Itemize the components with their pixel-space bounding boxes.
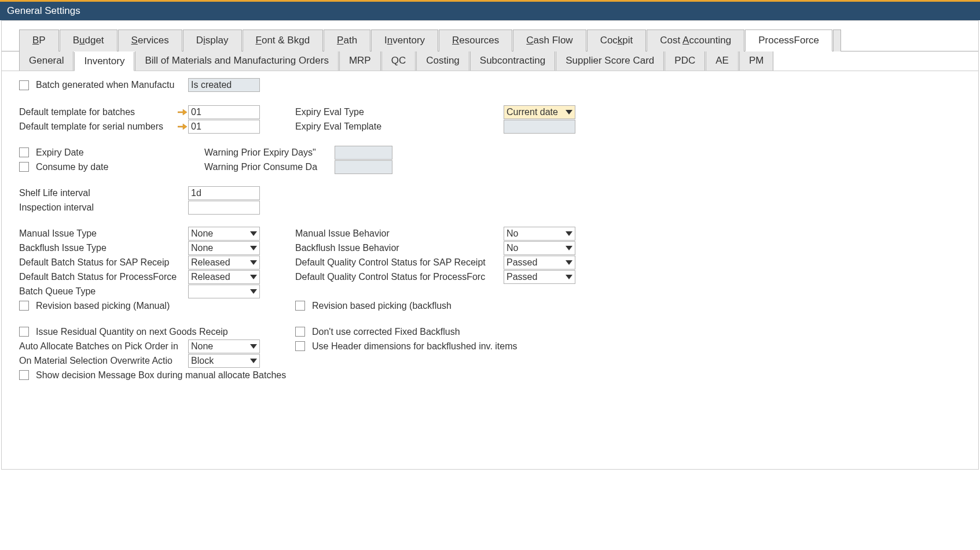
link-arrow-icon[interactable] bbox=[177, 123, 188, 130]
subtab-bom[interactable]: Bill of Materials and Manufacturing Orde… bbox=[135, 51, 338, 71]
link-arrow-icon[interactable] bbox=[177, 109, 188, 116]
checkbox-show-decision[interactable] bbox=[19, 370, 29, 380]
chevron-down-icon bbox=[566, 246, 572, 250]
label-default-qc-sap: Default Quality Control Status for SAP R… bbox=[295, 257, 504, 268]
chevron-down-icon bbox=[250, 260, 257, 265]
label-batch-queue: Batch Queue Type bbox=[19, 286, 188, 297]
field-warning-expiry-days[interactable] bbox=[335, 146, 392, 160]
label-manual-issue-type: Manual Issue Type bbox=[19, 228, 188, 239]
label-backflush-issue-type: Backflush Issue Type bbox=[19, 243, 188, 253]
tab-services[interactable]: Services bbox=[118, 29, 182, 51]
checkbox-revision-picking-backflush[interactable] bbox=[295, 301, 305, 311]
label-default-template-batches: Default template for batches bbox=[19, 107, 177, 117]
subtab-subcon[interactable]: Subcontracting bbox=[470, 51, 555, 71]
chevron-down-icon bbox=[250, 231, 257, 236]
subtab-pdc[interactable]: PDC bbox=[665, 51, 705, 71]
subtab-pm[interactable]: PM bbox=[739, 51, 774, 71]
tab-resources[interactable]: Resources bbox=[439, 29, 512, 51]
dropdown-value: None bbox=[191, 341, 213, 352]
field-inspection[interactable] bbox=[188, 201, 260, 215]
settings-panel: Batch generated when Manufactu Is create… bbox=[2, 71, 978, 388]
checkbox-dont-use-fixed[interactable] bbox=[295, 327, 305, 337]
subtab-qc[interactable]: QC bbox=[381, 51, 416, 71]
dropdown-value: None bbox=[191, 243, 213, 253]
label-batch-generated: Batch generated when Manufactu bbox=[36, 80, 188, 90]
dropdown-default-batch-pf[interactable]: Released bbox=[188, 270, 260, 284]
checkbox-batch-generated[interactable] bbox=[19, 80, 29, 90]
dropdown-default-batch-sap[interactable]: Released bbox=[188, 256, 260, 270]
subtab-mrp[interactable]: MRP bbox=[339, 51, 381, 71]
dropdown-value: No bbox=[506, 243, 518, 253]
chevron-down-icon bbox=[566, 110, 572, 115]
tab-path[interactable]: Path bbox=[324, 29, 370, 51]
tab-processforce[interactable]: ProcessForce bbox=[745, 29, 832, 51]
window-title: General Settings bbox=[7, 5, 80, 16]
dropdown-expiry-eval-type[interactable]: Current date bbox=[504, 105, 575, 119]
field-default-template-batches[interactable]: 01 bbox=[188, 105, 260, 119]
subtab-general[interactable]: General bbox=[19, 51, 74, 71]
chevron-down-icon bbox=[250, 289, 257, 294]
label-expiry-date: Expiry Date bbox=[36, 147, 188, 158]
checkbox-consume-by-date[interactable] bbox=[19, 162, 29, 172]
dropdown-on-material[interactable]: Block bbox=[188, 354, 260, 368]
field-default-template-serial[interactable]: 01 bbox=[188, 120, 260, 134]
dropdown-value: No bbox=[506, 228, 518, 239]
dropdown-value: Block bbox=[191, 356, 214, 366]
tab-font[interactable]: Font & Bkgd bbox=[243, 29, 324, 51]
label-auto-allocate: Auto Allocate Batches on Pick Order in bbox=[19, 341, 188, 352]
label-manual-issue-behavior: Manual Issue Behavior bbox=[295, 228, 504, 239]
label-backflush-issue-behavior: Backflush Issue Behavior bbox=[295, 243, 504, 253]
chevron-down-icon bbox=[566, 275, 572, 279]
checkbox-expiry-date[interactable] bbox=[19, 147, 29, 157]
label-warning-expiry: Warning Prior Expiry Days" bbox=[204, 147, 329, 158]
tab-cockpit[interactable]: Cockpit bbox=[587, 29, 647, 51]
label-default-batch-pf: Default Batch Status for ProcessForce bbox=[19, 272, 188, 282]
tab-overflow[interactable] bbox=[833, 29, 841, 51]
field-batch-generated-value[interactable]: Is created bbox=[188, 78, 260, 92]
dropdown-default-qc-pf[interactable]: Passed bbox=[504, 270, 575, 284]
chevron-down-icon bbox=[250, 344, 257, 349]
field-shelf-life[interactable]: 1d bbox=[188, 186, 260, 200]
subtab-ssc[interactable]: Supplier Score Card bbox=[556, 51, 664, 71]
chevron-down-icon bbox=[566, 231, 572, 236]
dropdown-batch-queue[interactable] bbox=[188, 285, 260, 298]
label-default-batch-sap: Default Batch Status for SAP Receip bbox=[19, 257, 188, 268]
main-tab-bar: BP Budget Services Display Font & Bkgd P… bbox=[2, 29, 978, 51]
dropdown-value: Released bbox=[191, 272, 230, 282]
tab-budget[interactable]: Budget bbox=[60, 29, 118, 51]
chevron-down-icon bbox=[250, 359, 257, 363]
content-frame: BP Budget Services Display Font & Bkgd P… bbox=[1, 20, 979, 470]
dropdown-backflush-issue-type[interactable]: None bbox=[188, 241, 260, 255]
chevron-down-icon bbox=[566, 260, 572, 265]
label-show-decision: Show decision Message Box during manual … bbox=[36, 370, 286, 381]
dropdown-manual-issue-behavior[interactable]: No bbox=[504, 227, 575, 241]
subtab-costing[interactable]: Costing bbox=[416, 51, 469, 71]
label-consume-by-date: Consume by date bbox=[36, 162, 188, 172]
dropdown-value: Released bbox=[191, 257, 230, 268]
dropdown-backflush-issue-behavior[interactable]: No bbox=[504, 241, 575, 255]
tab-display[interactable]: Display bbox=[183, 29, 242, 51]
label-issue-residual: Issue Residual Quantity on next Goods Re… bbox=[36, 327, 262, 337]
checkbox-issue-residual[interactable] bbox=[19, 327, 29, 337]
label-expiry-eval-type: Expiry Eval Type bbox=[295, 107, 504, 117]
label-dont-use-fixed: Don't use corrected Fixed Backflush bbox=[312, 327, 460, 337]
tab-cashflow[interactable]: Cash Flow bbox=[513, 29, 586, 51]
tab-inventory[interactable]: Inventory bbox=[371, 29, 438, 51]
label-default-qc-pf: Default Quality Control Status for Proce… bbox=[295, 272, 504, 282]
tab-costacct[interactable]: Cost Accounting bbox=[647, 29, 744, 51]
checkbox-use-header[interactable] bbox=[295, 341, 305, 351]
chevron-down-icon bbox=[250, 246, 257, 250]
label-on-material: On Material Selection Overwrite Actio bbox=[19, 356, 188, 366]
dropdown-default-qc-sap[interactable]: Passed bbox=[504, 256, 575, 270]
dropdown-manual-issue-type[interactable]: None bbox=[188, 227, 260, 241]
subtab-ae[interactable]: AE bbox=[706, 51, 739, 71]
checkbox-revision-picking-manual[interactable] bbox=[19, 301, 29, 311]
field-expiry-eval-template[interactable] bbox=[504, 120, 575, 134]
label-inspection: Inspection interval bbox=[19, 202, 188, 213]
tab-bp[interactable]: BP bbox=[19, 29, 59, 51]
subtab-inventory[interactable]: Inventory bbox=[74, 52, 134, 71]
dropdown-value: Passed bbox=[506, 272, 537, 282]
dropdown-value: Current date bbox=[506, 107, 558, 117]
field-warning-consume-days[interactable] bbox=[335, 160, 392, 174]
dropdown-auto-allocate[interactable]: None bbox=[188, 339, 260, 353]
